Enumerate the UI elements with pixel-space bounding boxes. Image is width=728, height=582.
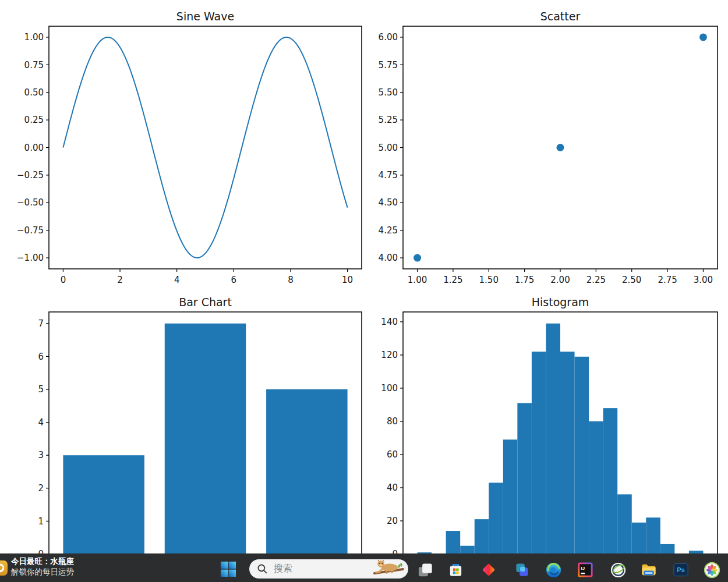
- y-tick-label: 0.75: [24, 60, 44, 70]
- taskbar-icon-color-pinwheel-app[interactable]: [700, 559, 723, 580]
- hist-bin: [475, 519, 489, 554]
- globe-ring-app-icon: [610, 562, 627, 579]
- y-tick-label: 0.00: [24, 143, 44, 153]
- y-tick-label: 5: [38, 384, 44, 395]
- y-tick-label: 6: [38, 352, 44, 362]
- hist-bin: [589, 421, 603, 554]
- y-tick-label: 2: [38, 483, 44, 494]
- taskbar-icon-intellij-idea[interactable]: IJ: [574, 559, 597, 580]
- hist-bin: [503, 439, 518, 554]
- x-tick-label: 8: [288, 275, 294, 285]
- hist-bin: [489, 482, 503, 554]
- taskbar-icon-file-explorer[interactable]: [637, 559, 660, 580]
- y-tick-label: 1.00: [24, 32, 44, 42]
- search-box[interactable]: 搜索: [249, 559, 408, 579]
- y-tick-label: 100: [381, 383, 398, 393]
- axes-frame: [49, 26, 362, 269]
- y-tick-label: 40: [387, 482, 398, 493]
- y-tick-label: 60: [387, 449, 398, 460]
- y-tick-label: 20: [387, 516, 398, 526]
- color-pinwheel-app-icon: [704, 562, 720, 579]
- svg-text:Ps: Ps: [677, 566, 685, 573]
- intellij-idea-icon: IJ: [577, 562, 593, 578]
- x-tick-label: 1.00: [408, 275, 427, 285]
- y-tick-label: 140: [381, 317, 398, 327]
- x-tick-label: 2.75: [658, 275, 677, 285]
- taskbar-icon-task-view[interactable]: [414, 559, 437, 580]
- hist-bin: [517, 403, 532, 554]
- x-tick-label: 4: [174, 275, 180, 285]
- y-tick-label: 0.50: [24, 87, 44, 98]
- y-tick-label: −0.75: [17, 225, 44, 236]
- hist-bin: [603, 408, 618, 554]
- svg-text:IJ: IJ: [581, 566, 585, 571]
- bar: [266, 389, 347, 554]
- scatter-point: [414, 254, 421, 262]
- hist-bin: [632, 523, 646, 554]
- x-tick-label: 0: [61, 275, 66, 285]
- hist-bin: [560, 352, 575, 554]
- scatter-point: [699, 33, 707, 41]
- widget-headline: 今日最旺：水瓶座: [11, 556, 74, 567]
- x-tick-label: 2.25: [586, 275, 606, 285]
- search-icon: [257, 563, 268, 574]
- x-tick-label: 2.00: [550, 275, 570, 285]
- widget-text: 今日最旺：水瓶座 解锁你的每日运势: [11, 556, 74, 577]
- chart-title: Histogram: [532, 296, 589, 308]
- y-tick-label: 4.25: [379, 225, 398, 236]
- y-tick-label: 4.75: [379, 170, 398, 180]
- windows-logo-icon: [220, 561, 236, 577]
- widgets-button[interactable]: 今日最旺：水瓶座 解锁你的每日运势: [0, 553, 116, 582]
- subplot-bar: Bar Chart01234567: [38, 296, 362, 559]
- subplot-sine: Sine Wave02468101.000.750.500.250.00−0.2…: [17, 10, 362, 285]
- y-tick-label: 0.25: [24, 115, 44, 125]
- microsoft-edge-icon: [545, 562, 562, 579]
- hist-bin: [660, 544, 675, 554]
- search-placeholder: 搜索: [274, 563, 292, 575]
- hist-bin: [617, 494, 632, 554]
- y-tick-label: 80: [387, 416, 398, 427]
- taskbar-icon-diamond-gradient-app[interactable]: [477, 559, 500, 580]
- taskbar: 今日最旺：水瓶座 解锁你的每日运势 搜索: [0, 553, 728, 582]
- taskbar-icon-photoshop[interactable]: Ps: [669, 559, 692, 580]
- scatter-point: [557, 144, 564, 151]
- y-tick-label: −1.00: [17, 253, 44, 263]
- bar: [63, 455, 144, 554]
- x-tick-label: 6: [231, 275, 237, 285]
- fortune-swirl-icon: [0, 560, 8, 576]
- photoshop-icon: Ps: [673, 562, 689, 578]
- taskbar-icon-globe-ring-app[interactable]: [606, 559, 630, 580]
- hist-bin: [646, 517, 660, 554]
- microsoft-store-icon: [447, 562, 464, 579]
- x-tick-label: 2.50: [622, 275, 641, 285]
- y-tick-label: 6.00: [379, 32, 398, 42]
- hist-bin: [546, 324, 560, 554]
- taskbar-icon-microsoft-store[interactable]: [444, 559, 467, 580]
- x-tick-label: 1.25: [443, 275, 462, 285]
- subplot-scatter: Scatter1.001.251.501.752.002.252.502.753…: [379, 10, 718, 285]
- cougar-on-branch-image[interactable]: [372, 558, 405, 577]
- hist-bin: [575, 357, 589, 554]
- start-button[interactable]: [219, 560, 238, 579]
- y-tick-label: 5.25: [379, 115, 398, 125]
- desktop: Sine Wave02468101.000.750.500.250.00−0.2…: [0, 0, 728, 582]
- x-tick-label: 3.00: [694, 275, 713, 285]
- subplot-hist: Histogram020406080100120140: [381, 296, 718, 559]
- y-tick-label: 3: [38, 450, 44, 460]
- widget-subline: 解锁你的每日运势: [11, 567, 74, 577]
- taskbar-icon-blue-layers-app[interactable]: [510, 559, 533, 580]
- hist-bin: [532, 352, 546, 554]
- y-tick-label: 4.00: [379, 253, 398, 263]
- y-tick-label: 4: [38, 417, 44, 428]
- y-tick-label: 5.75: [379, 60, 398, 70]
- y-tick-label: −0.50: [17, 197, 44, 208]
- y-tick-label: 120: [381, 350, 398, 360]
- taskbar-icon-microsoft-edge[interactable]: [542, 559, 565, 580]
- y-tick-label: −0.25: [17, 170, 44, 180]
- sine-curve: [63, 37, 347, 258]
- bar: [165, 324, 246, 554]
- chart-title: Scatter: [540, 10, 581, 23]
- hist-bin: [460, 546, 475, 554]
- diamond-gradient-app-icon: [480, 561, 497, 579]
- chart-title: Bar Chart: [179, 296, 232, 308]
